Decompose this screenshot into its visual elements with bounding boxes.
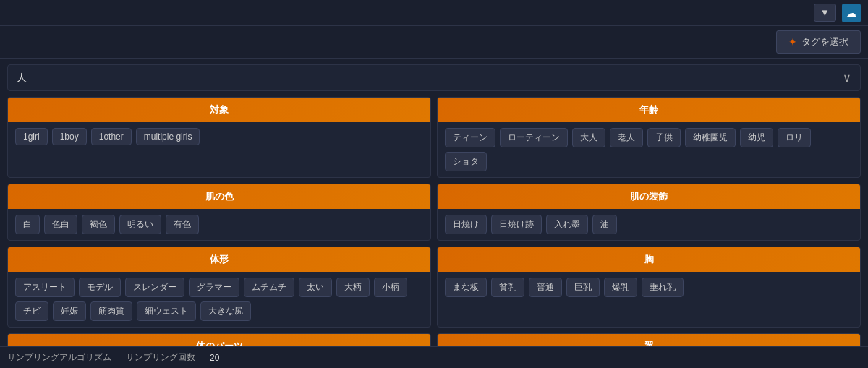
tag-button[interactable]: 褐色 — [82, 215, 115, 234]
tag-button[interactable]: 貧乳 — [491, 278, 524, 297]
tag-button[interactable]: 幼児 — [740, 128, 773, 147]
section-title: 人 — [17, 72, 27, 85]
tag-button[interactable]: 巨乳 — [566, 278, 600, 297]
tag-group-nenrei: 年齢ティーンローティーン大人老人子供幼稚園児幼児ロリショタ — [437, 97, 861, 178]
tag-group-body-nenrei: ティーンローティーン大人老人子供幼稚園児幼児ロリショタ — [438, 122, 860, 177]
tag-group-header-taisho: 対象 — [8, 98, 430, 122]
tag-button[interactable]: 入れ墨 — [546, 215, 588, 234]
tag-button[interactable]: ロリ — [778, 128, 811, 147]
tag-button[interactable]: 爆乳 — [604, 278, 637, 297]
tag-button[interactable]: 日焼け跡 — [491, 215, 542, 234]
sampling-count-value: 20 — [210, 353, 219, 363]
tag-button[interactable]: 1girl — [15, 128, 48, 145]
tag-button[interactable]: モデル — [79, 278, 121, 297]
tag-button[interactable]: 太い — [299, 278, 332, 297]
tag-button[interactable]: チビ — [15, 301, 48, 321]
tag-group-taisho: 対象1girl1boy1othermultiple girls — [7, 97, 431, 178]
tag-button[interactable]: スレンダー — [125, 278, 184, 297]
tag-button[interactable]: 小柄 — [374, 278, 407, 297]
cloud-icon: ☁ — [846, 7, 856, 19]
cloud-icon-button[interactable]: ☁ — [842, 4, 861, 22]
tag-button[interactable]: 大柄 — [336, 278, 370, 297]
tag-button[interactable]: 明るい — [119, 215, 161, 234]
tag-group-header-hada_kazari: 肌の装飾 — [438, 184, 860, 209]
tag-button[interactable]: 白 — [15, 215, 40, 234]
tag-button[interactable]: ショタ — [445, 152, 487, 171]
tag-button[interactable]: ローティーン — [500, 128, 568, 147]
tag-button[interactable]: 子供 — [647, 128, 681, 147]
tag-select-bar: ✦ タグを選択 — [0, 26, 868, 59]
tag-button[interactable]: まな板 — [445, 278, 487, 297]
dropdown-button[interactable]: ▼ — [814, 4, 836, 22]
section-header[interactable]: 人 ∨ — [7, 64, 861, 91]
tag-group-header-taikei: 体形 — [8, 247, 430, 272]
tag-group-body-hada_kazari: 日焼け日焼け跡入れ墨油 — [438, 209, 860, 240]
tag-button[interactable]: ティーン — [445, 128, 495, 147]
tag-button[interactable]: 普通 — [529, 278, 562, 297]
tag-group-taikei: 体形アスリートモデルスレンダーグラマームチムチ太い大柄小柄チビ妊娠筋肉質細ウェス… — [7, 247, 431, 328]
tag-button[interactable]: 1boy — [52, 128, 87, 145]
sampling-count-label: サンプリング回数 — [126, 351, 195, 364]
tag-group-body-hada_iro: 白色白褐色明るい有色 — [8, 209, 430, 240]
tag-group-body-mune: まな板貧乳普通巨乳爆乳垂れ乳 — [438, 272, 860, 303]
tag-button[interactable]: multiple girls — [136, 128, 200, 145]
tag-button[interactable]: グラマー — [189, 278, 239, 297]
sampling-algorithm-label: サンプリングアルゴリズム — [7, 351, 111, 364]
tag-icon: ✦ — [788, 36, 797, 48]
tag-group-header-nenrei: 年齢 — [438, 98, 860, 122]
tag-group-hada_kazari: 肌の装飾日焼け日焼け跡入れ墨油 — [437, 184, 861, 241]
groups-grid: 対象1girl1boy1othermultiple girls年齢ティーンローテ… — [7, 97, 861, 368]
tag-group-body-taikei: アスリートモデルスレンダーグラマームチムチ太い大柄小柄チビ妊娠筋肉質細ウェスト大… — [8, 272, 430, 327]
section-chevron-icon: ∨ — [843, 71, 851, 85]
tag-button[interactable]: アスリート — [15, 278, 75, 297]
tag-button[interactable]: 大きな尻 — [200, 301, 251, 321]
tag-button[interactable]: ムチムチ — [244, 278, 294, 297]
tag-button[interactable]: 妊娠 — [53, 301, 86, 321]
tag-button[interactable]: 1other — [91, 128, 132, 145]
tag-group-hada_iro: 肌の色白色白褐色明るい有色 — [7, 184, 431, 241]
tag-group-mune: 胸まな板貧乳普通巨乳爆乳垂れ乳 — [437, 247, 861, 328]
tag-button[interactable]: 筋肉質 — [90, 301, 132, 321]
tag-button[interactable]: 老人 — [610, 128, 643, 147]
tag-select-button[interactable]: ✦ タグを選択 — [776, 30, 861, 54]
tag-button[interactable]: 大人 — [572, 128, 605, 147]
tag-button[interactable]: 油 — [592, 215, 617, 234]
tag-group-header-mune: 胸 — [438, 247, 860, 272]
tag-group-body-taisho: 1girl1boy1othermultiple girls — [8, 122, 430, 151]
tag-select-label: タグを選択 — [801, 35, 848, 48]
tag-group-header-hada_iro: 肌の色 — [8, 184, 430, 209]
top-bar-right: ▼ ☁ — [814, 4, 861, 22]
tag-button[interactable]: 幼稚園児 — [685, 128, 736, 147]
tag-button[interactable]: 色白 — [44, 215, 77, 234]
section-container: 人 ∨ 対象1girl1boy1othermultiple girls年齢ティー… — [0, 59, 868, 368]
tag-button[interactable]: 細ウェスト — [137, 301, 196, 321]
top-bar: ▼ ☁ — [0, 0, 868, 26]
chevron-down-icon: ▼ — [820, 7, 830, 18]
bottom-bar: サンプリングアルゴリズム サンプリング回数 20 — [0, 346, 868, 368]
tag-button[interactable]: 日焼け — [445, 215, 487, 234]
tag-button[interactable]: 有色 — [166, 215, 199, 234]
tag-button[interactable]: 垂れ乳 — [642, 278, 684, 297]
